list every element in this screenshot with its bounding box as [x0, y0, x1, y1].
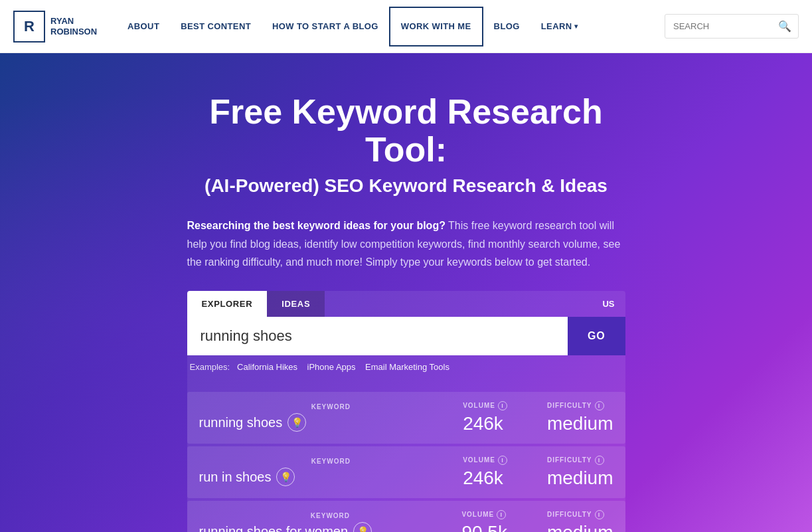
difficulty-info-icon[interactable]: i	[595, 401, 604, 410]
hero-subtitle: (AI-Powered) SEO Keyword Research & Idea…	[187, 175, 625, 197]
nav-best-content[interactable]: BEST CONTENT	[170, 0, 262, 53]
volume-info-icon[interactable]: i	[498, 456, 507, 465]
volume-value: 246k	[463, 413, 507, 434]
difficulty-block: DIFFICULTY i medium	[547, 510, 613, 532]
difficulty-label: DIFFICULTY i	[547, 401, 613, 410]
example-email-marketing-tools[interactable]: Email Marketing Tools	[365, 362, 449, 372]
nav-how-to-start[interactable]: HOW TO START A BLOG	[262, 0, 389, 53]
keyword-ideas-icon[interactable]: 💡	[276, 468, 295, 486]
volume-value: 90.5k	[461, 522, 507, 532]
logo[interactable]: R RYANROBINSON	[13, 11, 97, 43]
go-button[interactable]: GO	[568, 317, 625, 355]
difficulty-label: DIFFICULTY i	[547, 510, 613, 519]
difficulty-value: medium	[547, 522, 613, 532]
result-stats: VOLUME i 90.5k DIFFICULTY i medium	[461, 510, 613, 532]
keyword-ideas-icon[interactable]: 💡	[287, 413, 306, 432]
search-button[interactable]: 🔍	[771, 15, 798, 38]
nav-work-with-me[interactable]: WORK WITH ME	[389, 7, 483, 46]
tool-tabs: EXPLORER IDEAS US	[187, 291, 625, 317]
volume-info-icon[interactable]: i	[498, 401, 507, 410]
result-keyword-text: running shoes for women 💡	[199, 522, 462, 532]
difficulty-value: medium	[547, 413, 613, 434]
learn-dropdown-arrow: ▾	[574, 23, 578, 30]
navbar: R RYANROBINSON ABOUT BEST CONTENT HOW TO…	[0, 0, 812, 53]
hero-description: Researching the best keyword ideas for y…	[187, 217, 625, 271]
difficulty-block: DIFFICULTY i medium	[547, 456, 613, 489]
difficulty-value: medium	[547, 468, 613, 489]
search-icon: 🔍	[778, 21, 791, 32]
difficulty-info-icon[interactable]: i	[595, 510, 604, 519]
hero-title: Free Keyword Research Tool:	[187, 93, 625, 169]
logo-icon: R	[13, 11, 45, 43]
result-keyword-section: KEYWORD run in shoes 💡	[199, 458, 463, 486]
tab-explorer[interactable]: EXPLORER	[187, 291, 268, 317]
result-keyword-text: run in shoes 💡	[199, 468, 463, 486]
tab-ideas[interactable]: IDEAS	[267, 291, 325, 317]
volume-info-icon[interactable]: i	[497, 510, 506, 519]
keyword-label-text: KEYWORD	[199, 458, 463, 465]
search-input[interactable]	[665, 16, 771, 37]
nav-learn[interactable]: LEARN ▾	[530, 0, 589, 53]
difficulty-block: DIFFICULTY i medium	[547, 401, 613, 434]
result-keyword-section: KEYWORD running shoes for women 💡	[199, 512, 462, 532]
logo-text: RYANROBINSON	[50, 16, 97, 37]
result-keyword-section: KEYWORD running shoes 💡	[199, 403, 463, 432]
volume-label: VOLUME i	[463, 456, 507, 465]
hero-section: Free Keyword Research Tool: (AI-Powered)…	[0, 53, 812, 532]
examples-bar: Examples: California Hikes iPhone Apps E…	[187, 355, 625, 379]
result-row: KEYWORD running shoes 💡 VOLUME i 2	[187, 392, 625, 444]
difficulty-info-icon[interactable]: i	[595, 456, 604, 465]
example-california-hikes[interactable]: California Hikes	[237, 362, 297, 372]
result-keyword-text: running shoes 💡	[199, 413, 463, 432]
volume-label: VOLUME i	[461, 510, 507, 519]
results-container: KEYWORD running shoes 💡 VOLUME i 2	[187, 392, 625, 532]
region-indicator: US	[602, 299, 625, 309]
example-iphone-apps[interactable]: iPhone Apps	[307, 362, 356, 372]
keyword-ideas-icon[interactable]: 💡	[353, 522, 372, 532]
keyword-label-text: KEYWORD	[199, 403, 463, 410]
volume-block: VOLUME i 90.5k	[461, 510, 507, 532]
keyword-input[interactable]	[187, 317, 568, 355]
tool-widget: EXPLORER IDEAS US GO Examples: Californi…	[187, 291, 625, 532]
keyword-label-text: KEYWORD	[199, 512, 462, 519]
volume-block: VOLUME i 246k	[463, 401, 507, 434]
nav-links: ABOUT BEST CONTENT HOW TO START A BLOG W…	[117, 0, 665, 53]
volume-value: 246k	[463, 468, 507, 489]
result-stats: VOLUME i 246k DIFFICULTY i medium	[463, 456, 613, 489]
nav-blog[interactable]: BLOG	[483, 0, 530, 53]
nav-about[interactable]: ABOUT	[117, 0, 170, 53]
volume-label: VOLUME i	[463, 401, 507, 410]
search-container: 🔍	[665, 14, 799, 39]
result-row: KEYWORD running shoes for women 💡 VOLUME…	[187, 501, 625, 532]
hero-content: Free Keyword Research Tool: (AI-Powered)…	[174, 93, 639, 532]
result-stats: VOLUME i 246k DIFFICULTY i medium	[463, 401, 613, 434]
result-row: KEYWORD run in shoes 💡 VOLUME i 24	[187, 446, 625, 498]
volume-block: VOLUME i 246k	[463, 456, 507, 489]
difficulty-label: DIFFICULTY i	[547, 456, 613, 465]
keyword-search-bar: GO	[187, 317, 625, 355]
